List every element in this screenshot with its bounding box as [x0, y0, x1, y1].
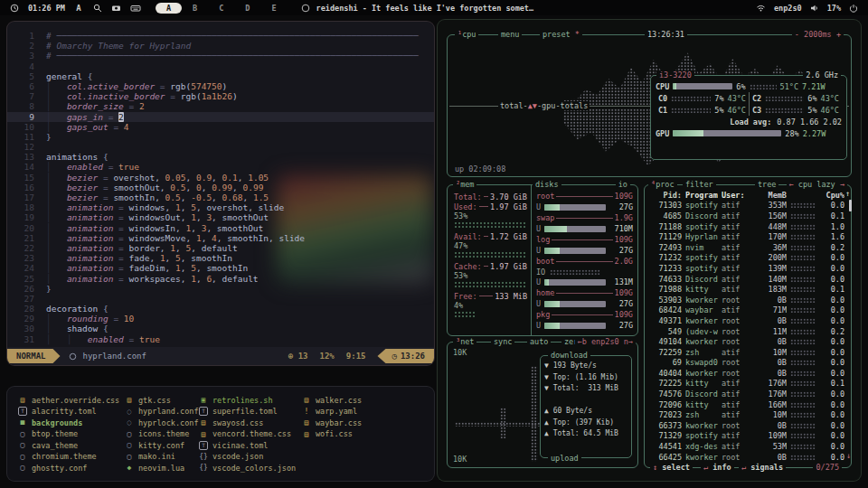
process-row[interactable]: 49104kworker/u16:root0B0.0 — [649, 336, 844, 347]
code-area[interactable]: 1# ─────────────────────────────────────… — [7, 31, 434, 347]
process-row[interactable]: 74576Discordatif176M0.0 — [649, 389, 844, 399]
process-row[interactable]: 71188spotifyatif448M1.0 — [649, 221, 844, 232]
editor-line[interactable]: 17│ bezier = smoothIn, 0.5, -0.5, 0.68, … — [7, 192, 434, 202]
net-auto-button[interactable]: auto — [527, 337, 551, 346]
editor-line[interactable]: 26} — [7, 284, 434, 294]
process-row[interactable]: 40404kworker/u16:root0B0.0 — [649, 368, 844, 379]
file-name: mako.ini — [138, 452, 175, 461]
file-item: ▢kitty.conf — [125, 440, 199, 451]
editor-line[interactable]: 8│ border_size = 2 — [7, 101, 434, 111]
process-row[interactable]: 69kswapd0root0B0.0 — [649, 358, 844, 369]
editor-line[interactable]: 30│ shadow { — [7, 324, 434, 333]
editor-line[interactable]: 9│ gaps_in = 2 — [7, 112, 434, 122]
file-item: ▢cava_theme — [18, 440, 125, 451]
volume-icon[interactable] — [809, 3, 820, 14]
proc-scrollbar-up[interactable]: ↑ — [845, 189, 850, 198]
power-icon[interactable] — [848, 3, 859, 14]
proc-signals-hint[interactable]: ↵ signals — [739, 463, 786, 472]
btop-preset-button[interactable]: preset * — [540, 30, 582, 39]
btop-menu-button[interactable]: menu — [498, 30, 522, 39]
editor-line[interactable]: 3# ─────────────────────────────────────… — [7, 51, 434, 61]
network-name[interactable]: enp2s0 — [774, 4, 802, 13]
process-row[interactable]: 72259zshatif10M0.0 — [649, 347, 844, 358]
process-row[interactable]: 68424waybaratif71M0.0 — [649, 305, 844, 316]
editor-line[interactable]: 4 — [7, 61, 434, 71]
process-row[interactable]: 71303spotifyatif353M0.0 — [649, 201, 844, 211]
network-icon[interactable] — [756, 3, 767, 14]
process-row[interactable]: 71232spotifyatif200M0.0 — [649, 253, 844, 264]
process-row[interactable]: 66425kworker/u16:root0B0.0 — [649, 452, 844, 460]
proc-scrollbar-down[interactable]: ↓ — [846, 451, 851, 460]
process-table[interactable]: Pid:Program:User:MemBCpu%71303spotifyati… — [649, 190, 844, 460]
memory-stats: Total:3.70 GiBUsed:1.97 GiB53%Avail:1.72… — [448, 185, 531, 335]
editor-line[interactable]: 13animations { — [7, 152, 434, 162]
editor-line[interactable]: 10│ gaps_out = 4 — [7, 122, 434, 132]
workspace-B[interactable]: B — [182, 3, 208, 14]
process-row[interactable]: 72493nvimatif36M0.2 — [649, 242, 844, 253]
editor-line[interactable]: 7│ col.inactive_border = rgb(1a1b26) — [7, 91, 434, 101]
keyboard-icon[interactable] — [130, 3, 141, 14]
network-box: ³net sync auto zero ←b enp2s0 n→ 10K 10K… — [447, 342, 638, 468]
editor-line[interactable]: 11} — [7, 132, 434, 142]
btop-window: ¹cpu menu preset * 13:26:31 - 2000ms + t… — [438, 20, 861, 481]
editor-line[interactable]: 23│ animation = fade, 1, 5, smoothIn — [7, 253, 434, 263]
editor-line[interactable]: 31│ │ enabled = true — [7, 334, 434, 344]
editor-window: 1# ─────────────────────────────────────… — [7, 22, 434, 365]
editor-line[interactable]: 28decoration { — [7, 304, 434, 314]
editor-line[interactable]: 29│ rounding = 10 — [7, 314, 434, 324]
font-icon[interactable]: A — [73, 3, 84, 14]
process-row[interactable]: 71329spotifyatif109M0.0 — [649, 431, 844, 442]
file-name: wofi.css — [316, 429, 353, 438]
workspace-A[interactable]: A — [156, 3, 182, 14]
process-row[interactable]: 74633Discordatif140M0.0 — [649, 274, 844, 285]
process-row[interactable]: 4685Discordatif156M0.1 — [649, 211, 844, 221]
editor-line[interactable]: 14│ enabled = true — [7, 162, 434, 172]
cpu-gpu-divider-label[interactable]: total-▲▼-gpu-totals — [498, 101, 590, 110]
editor-line[interactable]: 6│ col.active_border = rgb(574750) — [7, 81, 434, 91]
editor-line[interactable]: 2# Omarchy Theme for Hyprland — [7, 41, 434, 51]
workspace-E[interactable]: E — [260, 3, 287, 14]
process-row[interactable]: 72096kittyatif166M0.0 — [649, 399, 844, 410]
volume-level[interactable]: 17% — [827, 4, 841, 13]
editor-line[interactable]: 5general { — [7, 71, 434, 81]
proc-scrollbar-thumb[interactable] — [849, 200, 852, 211]
net-sync-button[interactable]: sync — [491, 337, 514, 346]
editor-line[interactable]: 27 — [7, 294, 434, 304]
net-interface-switcher[interactable]: ←b enp2s0 n→ — [575, 337, 636, 346]
process-row[interactable]: 44541xdg-desktop-atif53M0.0 — [649, 441, 844, 452]
process-row[interactable]: 549(udev-workerroot11M0.2 — [649, 326, 844, 337]
process-row[interactable]: 49371kworker/u16:root0B0.0 — [649, 315, 844, 326]
process-row[interactable]: 66373kworker/u16:root0B0.0 — [649, 420, 844, 431]
proc-sort-switcher[interactable]: ← cpu lazy → — [787, 180, 847, 189]
editor-line[interactable]: 18│ animation = windows, 1, 5, overshot,… — [7, 202, 434, 212]
editor-line[interactable]: 1# ─────────────────────────────────────… — [7, 31, 434, 41]
workspace-C[interactable]: C — [208, 3, 234, 14]
uptime: up 02:09:08 — [455, 164, 505, 174]
process-row[interactable]: 71988kittyatif183M0.1 — [649, 284, 844, 295]
workspace-D[interactable]: D — [234, 3, 260, 14]
process-row[interactable]: 53903kworker/u16:root0B0.0 — [649, 295, 844, 305]
editor-line[interactable]: 25│ animation = workspaces, 1, 6, defaul… — [7, 274, 434, 284]
editor-line[interactable]: 20│ animation = windowsIn, 1, 3, smoothO… — [7, 223, 434, 233]
file-name: hyprlock.conf — [138, 418, 199, 427]
proc-filter-button[interactable]: filter — [683, 180, 716, 189]
process-row[interactable]: 71129Hyprlandatif170M1.6 — [649, 231, 844, 242]
proc-select-hint[interactable]: ↕ select — [650, 463, 693, 472]
camera-icon[interactable] — [111, 3, 122, 14]
proc-info-hint[interactable]: ↵ info — [701, 463, 734, 472]
editor-line[interactable]: 12 — [7, 142, 434, 152]
editor-line[interactable]: 19│ animation = windowsOut, 1, 3, smooth… — [7, 212, 434, 222]
editor-line[interactable]: 24│ animation = fadeDim, 1, 5, smoothIn — [7, 263, 434, 273]
editor-line[interactable]: 16│ bezier = smoothOut, 0.5, 0, 0.99, 0.… — [7, 183, 434, 192]
file-name: cava_theme — [32, 441, 78, 450]
editor-line[interactable]: 22│ animation = border, 1, 5, default — [7, 243, 434, 253]
process-row[interactable]: 72225kittyatif176M0.1 — [649, 379, 844, 389]
btop-interval-control[interactable]: - 2000ms + — [792, 30, 844, 39]
btop-clock: 13:26:31 — [647, 30, 684, 39]
proc-tree-button[interactable]: tree — [755, 180, 778, 189]
search-icon[interactable] — [92, 3, 103, 14]
process-row[interactable]: 71233spotifyatif139M0.0 — [649, 263, 844, 274]
editor-line[interactable]: 21│ animation = windowsMove, 1, 4, smoot… — [7, 233, 434, 243]
process-row[interactable]: 72023zshatif10M0.0 — [649, 409, 844, 420]
editor-line[interactable]: 15│ bezier = overshot, 0.05, 0.9, 0.1, 1… — [7, 173, 434, 183]
